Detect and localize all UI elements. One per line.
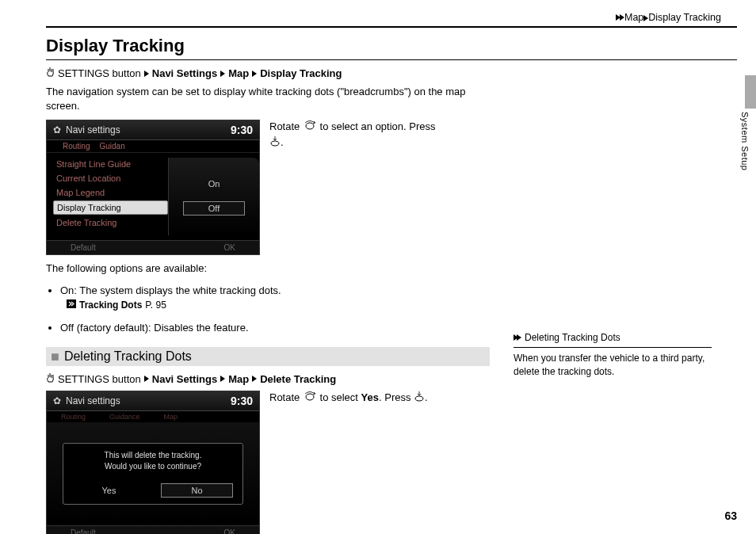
rotate-dial-icon <box>303 391 317 406</box>
tab: Routing <box>61 413 86 421</box>
text-yes: Yes <box>361 391 379 403</box>
section-tab: System Setup <box>737 75 756 170</box>
list-item: Current Location <box>53 172 168 185</box>
ss-footer: Default OK <box>47 240 259 254</box>
text: Rotate <box>269 391 303 403</box>
tab: Guidance <box>109 413 140 421</box>
rotate-dial-icon <box>303 120 317 135</box>
footer-default: Default <box>71 528 96 534</box>
press-dial-icon <box>414 391 425 406</box>
ss-tabs: Routing Guidan <box>47 140 259 153</box>
subheading-text: Deleting Tracking Dots <box>64 349 192 364</box>
hand-icon <box>46 372 55 386</box>
triangle-icon <box>252 376 257 382</box>
screenshot-navi-settings: ✿Navi settings 9:30 Routing Guidan Strai… <box>46 120 260 255</box>
subheading: ■ Deleting Tracking Dots <box>46 347 490 366</box>
nav-item: Delete Tracking <box>260 373 336 385</box>
breadcrumb: MapDisplay Tracking <box>46 12 737 26</box>
instruction: Rotate to select Yes. Press . <box>269 391 490 534</box>
opt-desc: (factory default): Disables the feature. <box>74 322 248 334</box>
svg-point-3 <box>306 394 314 400</box>
text: Rotate <box>269 120 303 132</box>
text: to select an option. Press <box>317 120 436 132</box>
nav-item: Navi Settings <box>152 373 217 385</box>
msg-line: Would you like to continue? <box>105 462 201 471</box>
instruction: Rotate to select an option. Press . <box>269 120 490 255</box>
triangle-icon <box>616 14 624 21</box>
svg-point-1 <box>271 141 279 146</box>
press-dial-icon <box>269 135 281 151</box>
clock: 9:30 <box>231 124 253 136</box>
ref-label: Tracking Dots <box>79 298 142 312</box>
gear-icon: ✿ <box>53 124 61 135</box>
confirm-dialog: This will delete the tracking. Would you… <box>63 443 243 505</box>
nav-path: SETTINGS button Navi Settings Map Displa… <box>46 67 490 80</box>
link-icon <box>67 298 76 312</box>
gear-icon: ✿ <box>53 395 61 406</box>
breadcrumb-item: Map <box>624 12 643 23</box>
no-button: No <box>161 483 233 498</box>
triangle-icon <box>144 71 149 77</box>
nav-item: Map <box>228 67 249 79</box>
opt-desc: : The system displays the white tracking… <box>74 284 281 296</box>
main-column: SETTINGS button Navi Settings Map Displa… <box>46 67 490 534</box>
side-note-heading: Deleting Tracking Dots <box>514 332 712 343</box>
ref-page: P. 95 <box>145 298 166 312</box>
ss-title: Navi settings <box>66 395 120 406</box>
svg-point-4 <box>415 396 423 401</box>
double-arrow-icon <box>514 334 521 341</box>
yes-button: Yes <box>73 483 145 498</box>
hand-icon <box>46 67 55 80</box>
list-item: Delete Tracking <box>53 216 168 229</box>
tab-block <box>745 75 756 109</box>
divider <box>46 26 737 28</box>
options-list: On: The system displays the white tracki… <box>46 283 490 336</box>
side-note-body: When you transfer the vehicle to a third… <box>514 347 712 379</box>
side-note-title: Deleting Tracking Dots <box>525 332 620 343</box>
footer-ok: OK <box>224 528 235 534</box>
text: . Press <box>379 391 414 403</box>
text: . <box>425 391 428 403</box>
list-item: Straight Line Guide <box>53 158 168 170</box>
clock: 9:30 <box>231 395 253 407</box>
triangle-icon <box>220 376 225 382</box>
nav-item: Display Tracking <box>260 67 342 79</box>
nav-item: Map <box>228 373 249 385</box>
text: to select <box>317 391 361 403</box>
cross-reference: Tracking Dots P. 95 <box>67 298 490 312</box>
tab: Guidan <box>99 142 124 151</box>
tab: Routing <box>63 142 90 151</box>
section-label: System Setup <box>740 112 750 170</box>
intro-paragraph: The navigation system can be set to disp… <box>46 85 490 113</box>
list-item-active: Display Tracking <box>53 200 168 215</box>
opt-label: On <box>60 284 74 296</box>
page-number: 63 <box>724 509 737 522</box>
ss-options: On Off <box>168 158 259 235</box>
nav-path: SETTINGS button Navi Settings Map Delete… <box>46 372 490 386</box>
breadcrumb-item: Display Tracking <box>648 12 721 23</box>
ss-footer: Default OK <box>47 525 259 534</box>
options-intro: The following options are available: <box>46 261 490 276</box>
nav-item: Navi Settings <box>152 67 217 79</box>
footer-default: Default <box>71 243 96 252</box>
side-column: Deleting Tracking Dots When you transfer… <box>514 67 712 534</box>
opt-label: Off <box>60 322 74 334</box>
ss-title: Navi settings <box>66 124 120 135</box>
triangle-icon <box>252 71 257 77</box>
dialog-message: This will delete the tracking. Would you… <box>73 450 233 472</box>
footer-ok: OK <box>224 243 235 252</box>
page-title: Display Tracking <box>46 36 737 60</box>
msg-line: This will delete the tracking. <box>105 451 202 460</box>
option-off: Off <box>183 201 245 216</box>
option-off-desc: Off (factory default): Disables the feat… <box>60 320 490 336</box>
list-item: Map Legend <box>53 186 168 199</box>
triangle-icon <box>220 71 225 77</box>
ss-tabs-dim: Routing Guidance Map <box>47 411 259 422</box>
screenshot-delete-confirm: ✿Navi settings 9:30 Routing Guidance Map… <box>46 391 260 534</box>
svg-point-0 <box>306 123 314 129</box>
ss-list: Straight Line Guide Current Location Map… <box>53 158 168 235</box>
option-on-desc: On: The system displays the white tracki… <box>60 283 490 313</box>
nav-prefix: SETTINGS button <box>58 373 141 385</box>
option-on: On <box>183 177 245 190</box>
square-icon: ■ <box>51 349 59 364</box>
